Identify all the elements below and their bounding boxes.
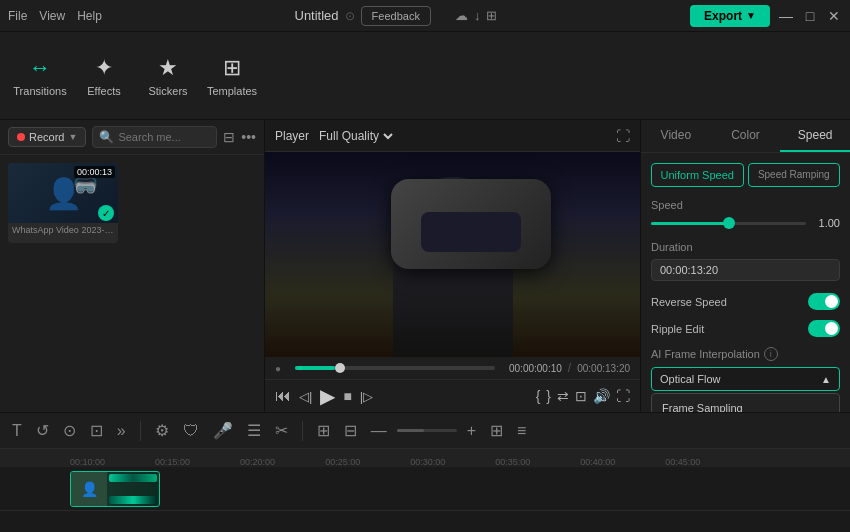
track-clip-thumb: 👤 bbox=[71, 472, 107, 506]
transitions-label: Transitions bbox=[13, 85, 66, 97]
minimize-button[interactable]: — bbox=[778, 8, 794, 24]
video-preview-bg bbox=[265, 152, 640, 357]
player-buttons: ⏮ ◁| ▶ ■ |▷ bbox=[275, 384, 373, 408]
tool-templates[interactable]: ⊞ Templates bbox=[202, 41, 262, 111]
timeline-ruler: 00:10:00 00:15:00 00:20:00 00:25:00 00:3… bbox=[0, 449, 850, 467]
skip-back-button[interactable]: ⏮ bbox=[275, 387, 291, 405]
timeline-clip-button[interactable]: ↺ bbox=[32, 419, 53, 442]
timeline-grid-button[interactable]: ⊞ bbox=[486, 419, 507, 442]
timeline-plus-button[interactable]: ✂ bbox=[271, 419, 292, 442]
media-item-1[interactable]: 👤 🥽 WhatsApp Video 2023-10-05... 00:00:1… bbox=[8, 163, 118, 243]
stickers-icon: ★ bbox=[158, 55, 178, 81]
player-controls: ⏮ ◁| ▶ ■ |▷ { } ⇄ ⊡ 🔊 ⛶ bbox=[265, 379, 640, 412]
timeline-minus-button[interactable]: — bbox=[367, 420, 391, 442]
tool-stickers[interactable]: ★ Stickers bbox=[138, 41, 198, 111]
stop-button[interactable]: ■ bbox=[343, 388, 351, 404]
download-icon: ↓ bbox=[474, 8, 481, 23]
frame-forward-button[interactable]: |▷ bbox=[360, 389, 373, 404]
transitions-icon: ↔ bbox=[29, 55, 51, 81]
zoom-fill bbox=[397, 429, 424, 432]
menu-file[interactable]: File bbox=[8, 9, 27, 23]
export-arrow-icon: ▼ bbox=[746, 10, 756, 21]
record-button[interactable]: Record ▼ bbox=[8, 127, 86, 147]
search-box[interactable]: 🔍 bbox=[92, 126, 217, 148]
tab-video[interactable]: Video bbox=[641, 120, 711, 152]
ai-frame-dropdown[interactable]: Optical Flow ▲ bbox=[651, 367, 840, 391]
mark-in-button[interactable]: { bbox=[536, 388, 541, 404]
total-time: 00:00:13:20 bbox=[577, 363, 630, 374]
play-button[interactable]: ▶ bbox=[320, 384, 335, 408]
progress-bar[interactable] bbox=[295, 366, 495, 370]
zoom-slider[interactable] bbox=[397, 429, 457, 432]
tab-speed[interactable]: Speed bbox=[780, 120, 850, 152]
frame-sampling-title: Frame Sampling bbox=[662, 402, 829, 412]
speed-slider[interactable] bbox=[651, 222, 806, 225]
tool-transitions[interactable]: ↔ Transitions bbox=[10, 41, 70, 111]
timeline-loop-button[interactable]: ⊙ bbox=[59, 419, 80, 442]
timeline-frame-button[interactable]: ⊟ bbox=[340, 419, 361, 442]
fullscreen-button[interactable]: ⛶ bbox=[616, 388, 630, 404]
menu-help[interactable]: Help bbox=[77, 9, 102, 23]
frame-back-button[interactable]: ◁| bbox=[299, 389, 312, 404]
timeline-more-button[interactable]: » bbox=[113, 420, 130, 442]
timeline-shield-button[interactable]: 🛡 bbox=[179, 420, 203, 442]
duration-label: Duration bbox=[651, 241, 840, 253]
search-icon: 🔍 bbox=[99, 130, 114, 144]
feedback-button[interactable]: Feedback bbox=[361, 6, 431, 26]
menu-view[interactable]: View bbox=[39, 9, 65, 23]
maximize-button[interactable]: □ bbox=[802, 8, 818, 24]
ripple-edit-toggle[interactable] bbox=[808, 320, 840, 337]
audio-button[interactable]: 🔊 bbox=[593, 388, 610, 404]
search-input[interactable] bbox=[118, 131, 210, 143]
time-marker-6: 00:35:00 bbox=[495, 457, 530, 467]
record-arrow-icon: ▼ bbox=[68, 132, 77, 142]
speed-slider-thumb[interactable] bbox=[723, 217, 735, 229]
timeline: T ↺ ⊙ ⊡ » ⚙ 🛡 🎤 ☰ ✂ ⊞ ⊟ — + ⊞ ≡ 00:10:00… bbox=[0, 412, 850, 532]
right-panel-content: Uniform Speed Speed Ramping Speed 1.00 D… bbox=[641, 153, 850, 412]
close-button[interactable]: ✕ bbox=[826, 8, 842, 24]
crop-button[interactable]: ⊡ bbox=[575, 388, 587, 404]
time-marker-2: 00:15:00 bbox=[155, 457, 190, 467]
scrubber-start-icon: ● bbox=[275, 363, 281, 374]
video-preview bbox=[265, 152, 640, 357]
more-icon[interactable]: ••• bbox=[241, 129, 256, 145]
templates-label: Templates bbox=[207, 85, 257, 97]
timeline-settings-button[interactable]: ⚙ bbox=[151, 419, 173, 442]
left-panel-toolbar: Record ▼ 🔍 ⊟ ••• bbox=[0, 120, 264, 155]
uniform-speed-tab[interactable]: Uniform Speed bbox=[651, 163, 744, 187]
track-clip-1[interactable]: 👤 bbox=[70, 471, 160, 507]
timeline-list-button[interactable]: ☰ bbox=[243, 419, 265, 442]
player-label: Player bbox=[275, 129, 309, 143]
record-label: Record bbox=[29, 131, 64, 143]
reverse-speed-row: Reverse Speed bbox=[651, 293, 840, 310]
time-marker-4: 00:25:00 bbox=[325, 457, 360, 467]
expand-icon[interactable]: ⛶ bbox=[616, 128, 630, 144]
export-button[interactable]: Export ▼ bbox=[690, 5, 770, 27]
split-button[interactable]: ⇄ bbox=[557, 388, 569, 404]
right-panel: Video Color Speed Uniform Speed Speed Ra… bbox=[640, 120, 850, 412]
reverse-speed-toggle[interactable] bbox=[808, 293, 840, 310]
dropdown-arrow-icon: ▲ bbox=[821, 374, 831, 385]
titlebar: File View Help Untitled ⊙ Feedback ☁ ↓ ⊞… bbox=[0, 0, 850, 32]
timeline-split-button[interactable]: ⊞ bbox=[313, 419, 334, 442]
info-icon: i bbox=[764, 347, 778, 361]
timeline-mic-button[interactable]: 🎤 bbox=[209, 419, 237, 442]
zoom-control bbox=[397, 429, 457, 432]
timeline-extra-button[interactable]: ≡ bbox=[513, 420, 530, 442]
zoom-in-button[interactable]: + bbox=[463, 420, 480, 442]
timeline-tracks: 👤 bbox=[0, 467, 850, 532]
ai-frame-section: AI Frame Interpolation i Optical Flow ▲ … bbox=[651, 347, 840, 412]
quality-select[interactable]: Full Quality bbox=[315, 128, 396, 144]
timeline-crop-button[interactable]: ⊡ bbox=[86, 419, 107, 442]
mark-out-button[interactable]: } bbox=[546, 388, 551, 404]
templates-icon: ⊞ bbox=[223, 55, 241, 81]
timeline-toolbar: T ↺ ⊙ ⊡ » ⚙ 🛡 🎤 ☰ ✂ ⊞ ⊟ — + ⊞ ≡ bbox=[0, 413, 850, 449]
dropdown-item-frame-sampling[interactable]: Frame Sampling Default bbox=[652, 394, 839, 412]
stickers-label: Stickers bbox=[148, 85, 187, 97]
player-scrubber: ● 00:00:00:10 / 00:00:13:20 bbox=[265, 357, 640, 379]
filter-icon[interactable]: ⊟ bbox=[223, 129, 235, 145]
speed-ramping-tab[interactable]: Speed Ramping bbox=[748, 163, 841, 187]
tool-effects[interactable]: ✦ Effects bbox=[74, 41, 134, 111]
tab-color[interactable]: Color bbox=[711, 120, 781, 152]
timeline-text-button[interactable]: T bbox=[8, 420, 26, 442]
